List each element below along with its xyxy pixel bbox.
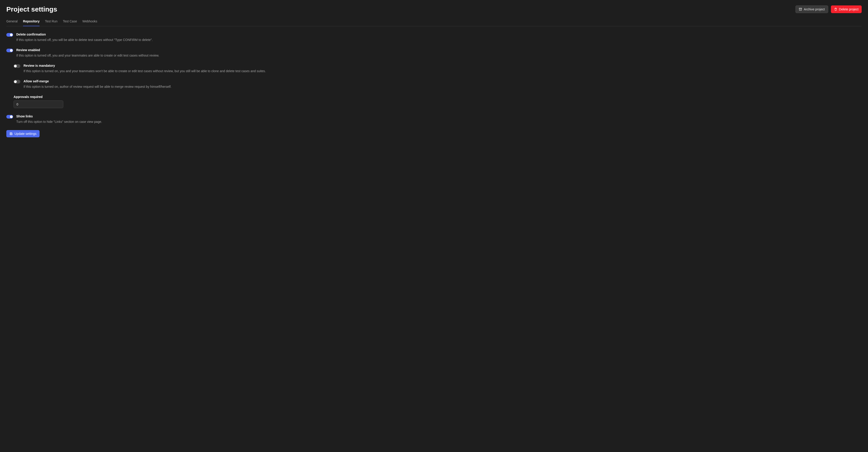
toggle-knob: [10, 33, 13, 36]
setting-title: Review is mandatory: [24, 64, 862, 67]
setting-content: Delete confirmation If this option is tu…: [16, 33, 862, 42]
archive-project-button[interactable]: Archive project: [796, 5, 828, 13]
toggle-knob: [10, 49, 13, 52]
toggle-show-links[interactable]: [6, 115, 13, 118]
setting-review-mandatory: Review is mandatory If this option is tu…: [13, 64, 862, 74]
setting-review-enabled: Review enabled If this option is turned …: [6, 48, 862, 58]
archive-icon: [799, 8, 802, 11]
setting-desc: If this option is turned off, you will b…: [16, 37, 862, 42]
setting-content: Show links Turn off this option to hide …: [16, 114, 862, 124]
tab-test-case[interactable]: Test Case: [63, 18, 77, 26]
update-settings-button[interactable]: Update settings: [6, 130, 39, 137]
setting-content: Review enabled If this option is turned …: [16, 48, 862, 58]
approvals-required-input[interactable]: [13, 101, 63, 108]
approvals-required-label: Approvals required: [13, 95, 862, 98]
tab-repository[interactable]: Repository: [23, 18, 39, 26]
toggle-knob: [14, 80, 17, 83]
setting-desc: If this option is turned on, author of r…: [24, 84, 862, 89]
setting-desc: Turn off this option to hide "Links" sec…: [16, 119, 862, 124]
setting-title: Review enabled: [16, 48, 862, 52]
svg-rect-2: [10, 134, 12, 135]
setting-desc: If this option is turned on, you and you…: [24, 69, 862, 74]
tab-test-run[interactable]: Test Run: [45, 18, 57, 26]
setting-content: Allow self-merge If this option is turne…: [24, 79, 862, 89]
setting-show-links: Show links Turn off this option to hide …: [6, 114, 862, 124]
trash-icon: [834, 8, 837, 11]
delete-project-button[interactable]: Delete project: [831, 5, 862, 13]
toggle-knob: [10, 115, 13, 118]
setting-title: Allow self-merge: [24, 79, 862, 83]
update-settings-label: Update settings: [14, 132, 36, 136]
toggle-review-enabled[interactable]: [6, 49, 13, 52]
setting-allow-self-merge: Allow self-merge If this option is turne…: [13, 79, 862, 89]
setting-delete-confirmation: Delete confirmation If this option is tu…: [6, 33, 862, 42]
toggle-delete-confirmation[interactable]: [6, 33, 13, 37]
footer-actions: Update settings: [6, 130, 862, 137]
setting-title: Show links: [16, 114, 862, 118]
svg-rect-0: [799, 8, 802, 9]
toggle-knob: [14, 65, 17, 67]
toggle-review-mandatory[interactable]: [13, 64, 20, 68]
page-title: Project settings: [6, 5, 57, 13]
setting-content: Review is mandatory If this option is tu…: [24, 64, 862, 74]
archive-project-label: Archive project: [804, 7, 825, 11]
tab-general[interactable]: General: [6, 18, 18, 26]
setting-desc: If this option is turned off, you and yo…: [16, 53, 862, 58]
toggle-allow-self-merge[interactable]: [13, 80, 20, 83]
save-icon: [9, 132, 13, 135]
setting-title: Delete confirmation: [16, 33, 862, 36]
delete-project-label: Delete project: [839, 7, 859, 11]
tabs: General Repository Test Run Test Case We…: [6, 18, 862, 26]
field-approvals-required: Approvals required: [13, 95, 862, 108]
tab-webhooks[interactable]: Webhooks: [82, 18, 97, 26]
header-actions: Archive project Delete project: [796, 5, 862, 13]
